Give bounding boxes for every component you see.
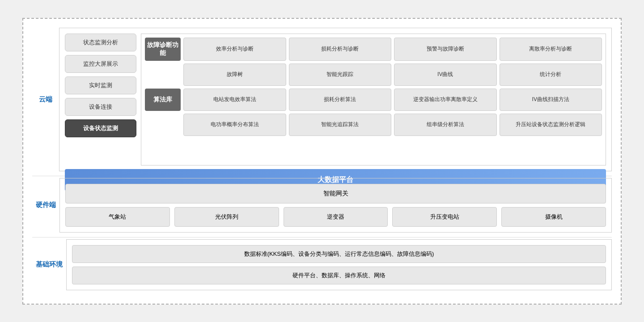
fault-cell-5: 智能光跟踪 [289,64,392,86]
fault-cell-3: 离散率分析与诊断 [500,38,602,61]
fault-cell-7: 统计分析 [500,64,602,86]
fault-diagnosis-row1: 故障诊断功能 效率分析与诊断 损耗分析与诊断 预警与故障诊断 离散率分析与诊断 [145,38,602,61]
fault-cell-4: 故障树 [183,64,286,86]
nav-btn-monitor-display[interactable]: 监控大屏展示 [65,55,136,73]
foundation-section: 基础环境 数据标准(KKS编码、设备分类与编码、运行常态信息编码、故障信息编码)… [32,239,612,290]
algo-cell-4: 电功率概率分布算法 [183,114,286,136]
foundation-content: 数据标准(KKS编码、设备分类与编码、运行常态信息编码、故障信息编码) 硬件平台… [66,239,612,290]
algorithm-row2: 电功率概率分布算法 智能光追踪算法 组串级分析算法 升压站设备状态监测分析逻辑 [145,114,602,136]
algo-cell-1: 损耗分析算法 [289,89,392,111]
fault-cell-6: IV曲线 [394,64,497,86]
algorithm-row1: 算法库 电站发电效率算法 损耗分析算法 逆变器输出功率离散率定义 IV曲线扫描方… [145,89,602,111]
divider-2 [32,237,612,237]
nav-btn-status-monitor[interactable]: 状态监测分析 [65,34,136,51]
nav-btn-device-connect[interactable]: 设备连接 [65,98,136,116]
hardware-content: 智能网关 气象站 光伏阵列 逆变器 升压变电站 摄像机 [59,178,612,233]
algorithm-header: 算法库 [145,89,181,111]
nav-btn-realtime-monitor[interactable]: 实时监测 [65,76,136,94]
foundation-label: 基础环境 [32,239,66,290]
device-substation: 升压变电站 [392,207,497,227]
cloud-label: 云端 [32,28,59,171]
fault-row1-cells: 效率分析与诊断 损耗分析与诊断 预警与故障诊断 离散率分析与诊断 [183,38,602,61]
fault-diagnosis-header: 故障诊断功能 [145,38,181,61]
algo-cell-5: 智能光追踪算法 [289,114,392,136]
foundation-bar-0: 数据标准(KKS编码、设备分类与编码、运行常态信息编码、故障信息编码) [72,245,606,263]
algo-cell-7: 升压站设备状态监测分析逻辑 [500,114,602,136]
device-pv-array: 光伏阵列 [174,207,279,227]
algo-cell-0: 电站发电效率算法 [183,89,286,111]
left-nav-buttons: 状态监测分析 监控大屏展示 实时监测 设备连接 设备状态监测 [65,34,136,165]
device-row: 气象站 光伏阵列 逆变器 升压变电站 摄像机 [65,207,606,227]
hardware-section: 硬件端 智能网关 气象站 光伏阵列 逆变器 升压变电站 摄像机 [32,178,612,233]
algo-cell-2: 逆变器输出功率离散率定义 [394,89,497,111]
foundation-bar-1: 硬件平台、数据库、操作系统、网络 [72,267,606,284]
hardware-label: 硬件端 [32,178,59,233]
fault-cell-0: 效率分析与诊断 [183,38,286,61]
fault-row2-cells: 故障树 智能光跟踪 IV曲线 统计分析 [183,64,602,86]
algo-cell-6: 组串级分析算法 [394,114,497,136]
cloud-content: 状态监测分析 监控大屏展示 实时监测 设备连接 设备状态监测 故障诊断功能 效率… [59,28,612,171]
nav-btn-device-status[interactable]: 设备状态监测 [65,119,136,137]
fault-cell-2: 预警与故障诊断 [394,38,497,61]
gateway-bar: 智能网关 [65,184,606,203]
algo-row1-cells: 电站发电效率算法 损耗分析算法 逆变器输出功率离散率定义 IV曲线扫描方法 [183,89,602,111]
cloud-section: 云端 状态监测分析 监控大屏展示 实时监测 设备连接 设备状态监测 故障诊断功能 [32,28,612,171]
device-camera: 摄像机 [501,207,606,227]
main-container: 云端 状态监测分析 监控大屏展示 实时监测 设备连接 设备状态监测 故障诊断功能 [22,18,622,305]
right-grid: 故障诊断功能 效率分析与诊断 损耗分析与诊断 预警与故障诊断 离散率分析与诊断 … [141,34,606,165]
algo-cell-3: IV曲线扫描方法 [500,89,602,111]
device-weather-station: 气象站 [65,207,170,227]
fault-cell-1: 损耗分析与诊断 [289,38,392,61]
algo-row2-cells: 电功率概率分布算法 智能光追踪算法 组串级分析算法 升压站设备状态监测分析逻辑 [183,114,602,136]
fault-diagnosis-row2: 故障树 智能光跟踪 IV曲线 统计分析 [145,64,602,86]
device-inverter: 逆变器 [284,207,388,227]
